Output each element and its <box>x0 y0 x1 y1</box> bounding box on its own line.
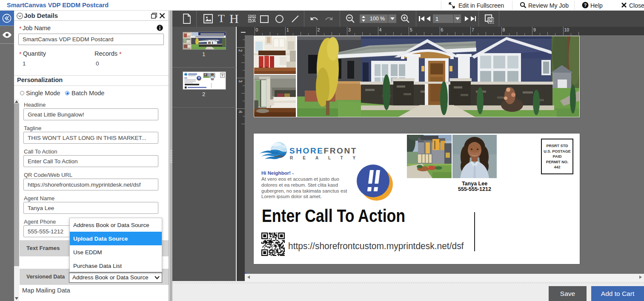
svg-text:?: ? <box>584 3 587 8</box>
